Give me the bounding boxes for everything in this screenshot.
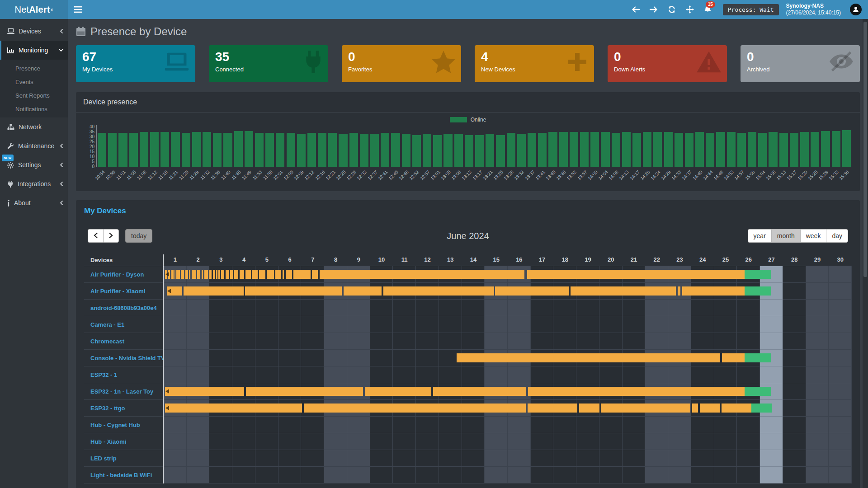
sidebar-item-devices[interactable]: Devices [0, 22, 68, 41]
presence-bar-online[interactable] [202, 270, 203, 279]
sidebar-item-monitoring[interactable]: Monitoring [0, 41, 68, 60]
submenu-item-notifications[interactable]: Notifications [0, 102, 68, 116]
presence-bar-online[interactable] [181, 270, 184, 279]
host-info[interactable]: Synology-NAS (27/06/2024, 15:40:15) [786, 3, 841, 16]
sidebar-item-maintenance[interactable]: Maintenance [0, 136, 68, 155]
presence-bar-online[interactable] [365, 387, 431, 396]
presence-bar-online[interactable] [495, 286, 569, 296]
device-name-link[interactable]: Console - Nvidia Shield TV [90, 355, 163, 361]
presence-bar-online[interactable] [283, 270, 284, 279]
user-avatar[interactable] [850, 4, 862, 15]
presence-bar-online[interactable] [234, 270, 238, 279]
nav-back-button[interactable] [628, 0, 643, 19]
device-name-link[interactable]: Hub - Xiaomi [90, 438, 126, 445]
card-my-devices[interactable]: 67 My Devices [76, 45, 195, 82]
calendar-view-year-button[interactable]: year [748, 229, 771, 243]
presence-bar-online[interactable] [682, 286, 745, 296]
presence-bar-online[interactable] [252, 270, 258, 279]
presence-bar-online[interactable] [184, 286, 244, 296]
sidebar-item-integrations[interactable]: Integrations [0, 174, 68, 193]
device-name-link[interactable]: Light - bedside B WiFi [90, 472, 152, 479]
presence-bar-online-now[interactable] [745, 270, 772, 279]
presence-bar-online[interactable] [230, 270, 233, 279]
device-name-link[interactable]: ESP32 - ttgo [90, 405, 125, 412]
presence-bar-online[interactable] [678, 286, 680, 296]
sidebar-item-about[interactable]: About [0, 193, 68, 212]
presence-bar-online[interactable] [185, 270, 188, 279]
presence-bar-online[interactable] [344, 286, 382, 296]
device-name-link[interactable]: Air Purifier - Xiaomi [90, 288, 145, 295]
submenu-item-sent-reports[interactable]: Sent Reports [0, 89, 68, 102]
presence-bar-online[interactable] [433, 387, 526, 396]
presence-bar-online[interactable] [171, 270, 174, 279]
presence-bar-online[interactable] [383, 286, 494, 296]
presence-bar-online-now[interactable] [745, 353, 772, 362]
presence-bar-online[interactable] [165, 404, 302, 413]
refresh-button[interactable] [664, 0, 679, 19]
presence-bar-online[interactable] [528, 404, 578, 413]
presence-bar-online[interactable] [246, 387, 363, 396]
presence-bar-online[interactable] [267, 270, 274, 279]
card-archived[interactable]: 0 Archived [741, 45, 860, 82]
presence-bar-online[interactable] [176, 270, 179, 279]
presence-bar-online[interactable] [528, 387, 745, 396]
sidebar-toggle-button[interactable] [68, 0, 89, 19]
presence-bar-online[interactable] [457, 353, 720, 362]
presence-bar-online[interactable] [601, 404, 690, 413]
presence-bar-online[interactable] [700, 404, 720, 413]
presence-bar-online[interactable] [275, 270, 281, 279]
presence-bar-online[interactable] [197, 270, 200, 279]
device-name-link[interactable]: Air Purifier - Dyson [90, 271, 144, 278]
presence-bar-online[interactable] [312, 270, 318, 279]
presence-bar-online[interactable] [245, 286, 342, 296]
scrollbar-thumb[interactable] [863, 22, 867, 277]
presence-bar-online[interactable] [722, 404, 751, 413]
presence-bar-online[interactable] [226, 270, 229, 279]
submenu-item-events[interactable]: Events [0, 75, 68, 89]
presence-bar-online[interactable] [571, 286, 676, 296]
device-name-link[interactable]: Chromecast [90, 338, 124, 345]
app-logo[interactable]: NetAlertx [0, 0, 68, 19]
device-name-link[interactable]: android-68608b93a00e4 [90, 305, 157, 311]
submenu-item-presence[interactable]: Presence [0, 61, 68, 75]
presence-bar-online[interactable] [259, 270, 265, 279]
presence-bar-online[interactable] [320, 270, 524, 279]
card-favorites[interactable]: 0 Favorites [342, 45, 461, 82]
presence-bar-online[interactable] [209, 270, 211, 279]
nav-forward-button[interactable] [646, 0, 661, 19]
presence-bar-online-now[interactable] [745, 286, 772, 296]
card-connected[interactable]: 35 Connected [209, 45, 328, 82]
device-name-link[interactable]: ESP32 - 1 [90, 371, 117, 378]
presence-bar-online[interactable] [304, 404, 525, 413]
presence-bar-online-now[interactable] [745, 387, 772, 396]
presence-bar-online[interactable] [192, 270, 196, 279]
presence-bar-online[interactable] [165, 387, 244, 396]
presence-bar-online-now[interactable] [751, 404, 772, 413]
calendar-view-month-button[interactable]: month [771, 229, 800, 243]
presence-bar-online[interactable] [527, 270, 745, 279]
calendar-view-week-button[interactable]: week [800, 229, 826, 243]
page-scrollbar[interactable] [863, 19, 868, 488]
calendar-view-day-button[interactable]: day [826, 229, 848, 243]
notifications-button[interactable]: 15 [700, 0, 716, 19]
card-new-devices[interactable]: 4 New Devices [475, 45, 594, 82]
presence-bar-online[interactable] [293, 270, 311, 279]
presence-bar-online[interactable] [221, 270, 224, 279]
presence-bar-online[interactable] [240, 270, 244, 279]
card-down-alerts[interactable]: 0 Down Alerts [608, 45, 727, 82]
device-name-link[interactable]: Camera - E1 [90, 321, 124, 328]
presence-bar-online[interactable] [213, 270, 215, 279]
presence-bar-online[interactable] [286, 270, 292, 279]
device-name-link[interactable]: Hub - Cygnet Hub [90, 422, 140, 428]
device-name-link[interactable]: LED strip [90, 455, 117, 462]
presence-bar-online[interactable] [692, 404, 698, 413]
pan-move-button[interactable] [682, 0, 698, 19]
presence-bar-online[interactable] [722, 353, 745, 362]
presence-bar-online[interactable] [579, 404, 599, 413]
presence-bar-online[interactable] [189, 270, 190, 279]
presence-bar-online[interactable] [216, 270, 217, 279]
device-name-link[interactable]: ESP32 - 1n - Laser Toy [90, 388, 153, 395]
presence-bar-online[interactable] [245, 270, 251, 279]
presence-bar-online[interactable] [204, 270, 208, 279]
sidebar-item-network[interactable]: Network [0, 117, 68, 136]
